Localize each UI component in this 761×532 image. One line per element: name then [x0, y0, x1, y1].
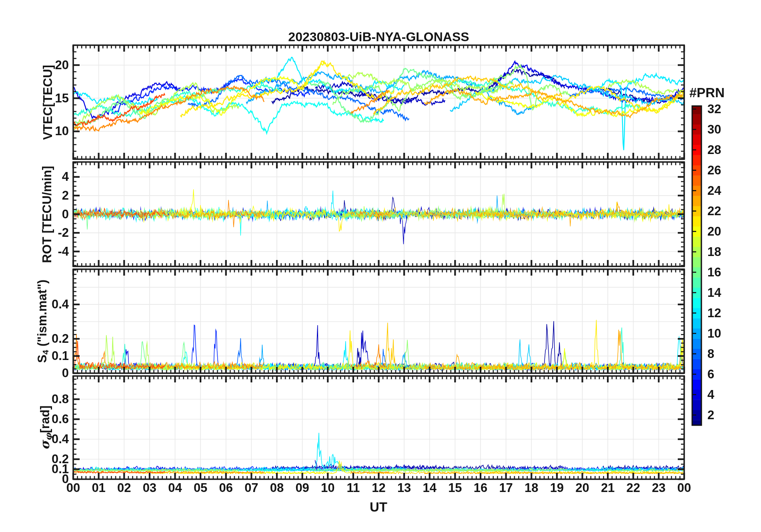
y-tick-label: 10: [16, 124, 69, 138]
x-tick-label: 00: [668, 481, 700, 495]
colorbar-tick-label: 4: [707, 388, 735, 402]
colorbar-title: #PRN: [682, 85, 732, 100]
y-tick-label: -2: [16, 226, 69, 240]
y-tick-label: 0: [16, 366, 69, 380]
glonass-scintillation-figure: 20230803-UiB-NYA-GLONASS VTEC[TECU]ROT […: [0, 0, 761, 532]
colorbar-tick-label: 32: [707, 102, 735, 116]
colorbar-tick-label: 14: [707, 286, 735, 300]
colorbar-tick-label: 2: [707, 408, 735, 422]
plot-canvas: [0, 0, 761, 532]
x-axis-label: UT: [353, 500, 404, 515]
colorbar-tick-label: 20: [707, 224, 735, 239]
colorbar-tick-label: 18: [707, 245, 735, 259]
colorbar-tick-label: 28: [707, 143, 735, 157]
colorbar-tick-label: 26: [707, 163, 735, 178]
y-tick-label: 0.4: [16, 297, 69, 312]
colorbar-tick-label: 16: [707, 265, 735, 280]
y-tick-label: 0.1: [16, 349, 69, 363]
colorbar-tick-label: 22: [707, 204, 735, 218]
y-tick-label: 0.8: [16, 392, 69, 406]
y-tick-label: 15: [16, 91, 69, 106]
colorbar-tick-label: 8: [707, 347, 735, 361]
y-tick-label: 4: [16, 170, 69, 184]
y-tick-label: 0.2: [16, 332, 69, 346]
y-tick-label: 20: [16, 58, 69, 72]
y-tick-label: 0.6: [16, 412, 69, 426]
y-tick-label: 0: [16, 207, 69, 222]
colorbar-tick-label: 12: [707, 306, 735, 320]
y-tick-label: 0.2: [16, 452, 69, 466]
colorbar-tick-label: 30: [707, 122, 735, 137]
chart-title: 20230803-UiB-NYA-GLONASS: [73, 30, 684, 44]
colorbar-tick-label: 10: [707, 326, 735, 341]
colorbar-tick-label: 6: [707, 367, 735, 382]
colorbar-tick-label: 24: [707, 184, 735, 198]
y-tick-label: 2: [16, 188, 69, 203]
y-tick-label: 0.4: [16, 432, 69, 446]
y-tick-label: -4: [16, 244, 69, 259]
